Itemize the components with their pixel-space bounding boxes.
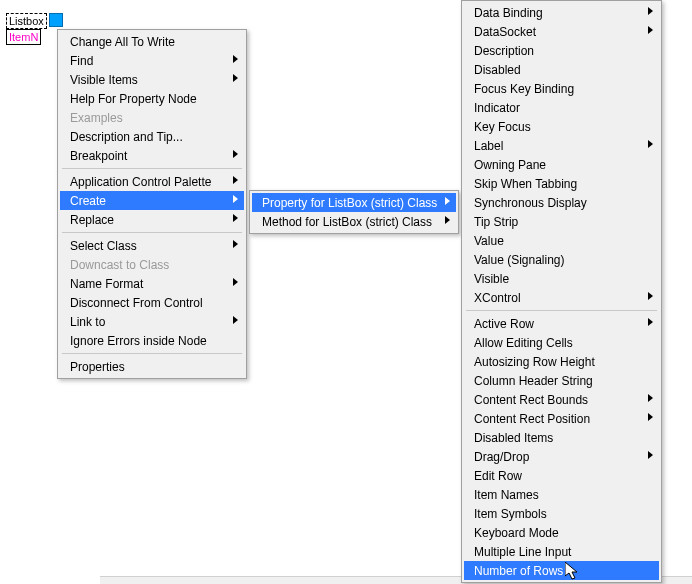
- menu-item-label: Tip Strip: [474, 215, 518, 229]
- property-submenu-item[interactable]: Synchronous Display: [464, 193, 659, 212]
- menu-item-label: Application Control Palette: [70, 175, 211, 189]
- property-node-terminal[interactable]: [49, 13, 63, 27]
- property-submenu-item[interactable]: Disabled Items: [464, 428, 659, 447]
- menu-item-label: Key Focus: [474, 120, 531, 134]
- menu-item-label: Find: [70, 54, 93, 68]
- menu-item-label: Visible: [474, 272, 509, 286]
- submenu-arrow-icon: [648, 451, 653, 459]
- menu-item-label: Disconnect From Control: [70, 296, 203, 310]
- property-submenu-item[interactable]: Label: [464, 136, 659, 155]
- menu-item-label: Number of Rows: [474, 564, 563, 578]
- menu-item-label: Indicator: [474, 101, 520, 115]
- menu-item-label: Description and Tip...: [70, 130, 183, 144]
- context-menu-item[interactable]: Ignore Errors inside Node: [60, 331, 244, 350]
- menu-item-label: Create: [70, 194, 106, 208]
- context-menu-item[interactable]: Find: [60, 51, 244, 70]
- context-menu-item[interactable]: Help For Property Node: [60, 89, 244, 108]
- property-submenu-item[interactable]: Item Symbols: [464, 504, 659, 523]
- menu-item-label: Keyboard Mode: [474, 526, 559, 540]
- menu-item-label: Change All To Write: [70, 35, 175, 49]
- menu-item-label: Ignore Errors inside Node: [70, 334, 207, 348]
- property-node-item[interactable]: ItemN: [6, 29, 41, 45]
- context-menu-item[interactable]: Disconnect From Control: [60, 293, 244, 312]
- menu-item-label: Item Names: [474, 488, 539, 502]
- context-menu-item[interactable]: Create: [60, 191, 244, 210]
- menu-item-label: Breakpoint: [70, 149, 127, 163]
- menu-item-label: Focus Key Binding: [474, 82, 574, 96]
- property-submenu-item[interactable]: Value: [464, 231, 659, 250]
- menu-item-label: Disabled Items: [474, 431, 553, 445]
- menu-item-label: Method for ListBox (strict) Class: [262, 215, 432, 229]
- menu-item-label: Help For Property Node: [70, 92, 197, 106]
- menu-item-label: Description: [474, 44, 534, 58]
- context-menu-item[interactable]: Visible Items: [60, 70, 244, 89]
- context-menu-item[interactable]: Breakpoint: [60, 146, 244, 165]
- property-submenu-item[interactable]: Autosizing Row Height: [464, 352, 659, 371]
- menu-item-label: Visible Items: [70, 73, 138, 87]
- menu-item-label: Owning Pane: [474, 158, 546, 172]
- property-submenu-item[interactable]: Data Binding: [464, 3, 659, 22]
- property-submenu-item[interactable]: Disabled: [464, 60, 659, 79]
- property-submenu-item[interactable]: Allow Editing Cells: [464, 333, 659, 352]
- property-submenu-item[interactable]: Key Focus: [464, 117, 659, 136]
- property-submenu-item[interactable]: DataSocket: [464, 22, 659, 41]
- submenu-arrow-icon: [648, 140, 653, 148]
- menu-item-label: Skip When Tabbing: [474, 177, 577, 191]
- property-submenu-item[interactable]: Edit Row: [464, 466, 659, 485]
- menu-item-label: DataSocket: [474, 25, 536, 39]
- property-submenu-item[interactable]: Visible: [464, 269, 659, 288]
- property-submenu-item[interactable]: Multiple Line Input: [464, 542, 659, 561]
- context-menu-item[interactable]: Properties: [60, 357, 244, 376]
- menu-item-label: Drag/Drop: [474, 450, 529, 464]
- submenu-arrow-icon: [445, 197, 450, 205]
- property-submenu-item[interactable]: Item Names: [464, 485, 659, 504]
- property-submenu: Data BindingDataSocketDescriptionDisable…: [461, 0, 662, 583]
- menu-item-label: Item Symbols: [474, 507, 547, 521]
- create-submenu-item[interactable]: Method for ListBox (strict) Class: [252, 212, 456, 231]
- property-submenu-item[interactable]: Column Header String: [464, 371, 659, 390]
- property-submenu-item[interactable]: Content Rect Bounds: [464, 390, 659, 409]
- submenu-arrow-icon: [233, 74, 238, 82]
- property-submenu-item[interactable]: Description: [464, 41, 659, 60]
- submenu-arrow-icon: [233, 240, 238, 248]
- property-submenu-item[interactable]: Owning Pane: [464, 155, 659, 174]
- menu-item-label: Column Header String: [474, 374, 593, 388]
- property-submenu-item[interactable]: Keyboard Mode: [464, 523, 659, 542]
- context-menu-item[interactable]: Application Control Palette: [60, 172, 244, 191]
- property-submenu-item[interactable]: XControl: [464, 288, 659, 307]
- property-submenu-item[interactable]: Drag/Drop: [464, 447, 659, 466]
- menu-item-label: Allow Editing Cells: [474, 336, 573, 350]
- context-menu-item[interactable]: Select Class: [60, 236, 244, 255]
- submenu-arrow-icon: [648, 413, 653, 421]
- menu-item-label: Multiple Line Input: [474, 545, 571, 559]
- property-submenu-item[interactable]: Tip Strip: [464, 212, 659, 231]
- context-menu: Change All To WriteFindVisible ItemsHelp…: [57, 29, 247, 379]
- context-menu-item[interactable]: Replace: [60, 210, 244, 229]
- context-menu-item[interactable]: Change All To Write: [60, 32, 244, 51]
- menu-item-label: Name Format: [70, 277, 143, 291]
- property-submenu-item[interactable]: Number of Rows: [464, 561, 659, 580]
- property-submenu-item[interactable]: Indicator: [464, 98, 659, 117]
- submenu-arrow-icon: [648, 292, 653, 300]
- menu-item-label: Link to: [70, 315, 105, 329]
- property-submenu-item[interactable]: Content Rect Position: [464, 409, 659, 428]
- submenu-arrow-icon: [233, 214, 238, 222]
- property-submenu-item[interactable]: Value (Signaling): [464, 250, 659, 269]
- menu-item-label: Replace: [70, 213, 114, 227]
- menu-item-label: XControl: [474, 291, 521, 305]
- menu-item-label: Select Class: [70, 239, 137, 253]
- menu-item-label: Property for ListBox (strict) Class: [262, 196, 437, 210]
- menu-item-label: Content Rect Position: [474, 412, 590, 426]
- context-menu-separator: [62, 232, 242, 233]
- create-submenu-item[interactable]: Property for ListBox (strict) Class: [252, 193, 456, 212]
- property-submenu-item[interactable]: Focus Key Binding: [464, 79, 659, 98]
- context-menu-item[interactable]: Link to: [60, 312, 244, 331]
- menu-item-label: Data Binding: [474, 6, 543, 20]
- context-menu-item[interactable]: Name Format: [60, 274, 244, 293]
- submenu-arrow-icon: [233, 316, 238, 324]
- context-menu-item[interactable]: Description and Tip...: [60, 127, 244, 146]
- property-submenu-item[interactable]: Skip When Tabbing: [464, 174, 659, 193]
- submenu-arrow-icon: [233, 278, 238, 286]
- menu-item-label: Value (Signaling): [474, 253, 565, 267]
- property-submenu-item[interactable]: Active Row: [464, 314, 659, 333]
